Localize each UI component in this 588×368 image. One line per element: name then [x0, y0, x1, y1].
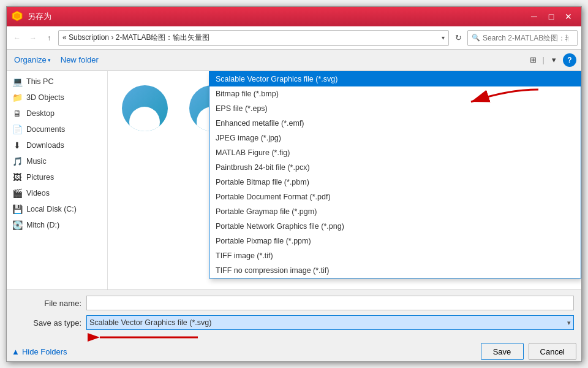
desktop-icon: 🖥: [12, 108, 23, 119]
sidebar-item-mitch[interactable]: 💽 Mitch (D:): [7, 217, 107, 233]
this-pc-label: This PC: [26, 77, 53, 86]
3d-objects-icon: 📁: [12, 92, 23, 103]
new-folder-label: New folder: [61, 55, 99, 64]
view-dropdown-button[interactable]: ▾: [547, 53, 560, 67]
save-button[interactable]: Save: [481, 343, 524, 360]
minimize-button[interactable]: ─: [526, 10, 542, 23]
sidebar-item-documents[interactable]: 📄 Documents: [7, 121, 107, 137]
local-disk-icon: 💾: [12, 204, 23, 215]
cancel-label: Cancel: [540, 347, 565, 356]
local-disk-label: Local Disk (C:): [26, 205, 77, 213]
sidebar-item-pictures[interactable]: 🖼 Pictures: [7, 169, 107, 185]
app-icon: [12, 10, 24, 23]
maximize-button[interactable]: □: [543, 10, 559, 23]
sidebar-item-videos[interactable]: 🎬 Videos: [7, 185, 107, 201]
music-label: Music: [26, 157, 47, 166]
address-chevron-icon: ▾: [442, 34, 445, 41]
search-input[interactable]: [483, 34, 568, 42]
sidebar-item-desktop[interactable]: 🖥 Desktop: [7, 105, 107, 121]
save-label: Save: [493, 347, 511, 356]
dropdown-item-ppm[interactable]: Portable Pixmap file (*.ppm): [209, 234, 581, 248]
right-panel: Scalable Vector Graphics file (*.svg)Bit…: [108, 71, 581, 289]
hide-folders-button[interactable]: ▲ Hide Folders: [12, 347, 67, 356]
dropdown-item-tif-nc[interactable]: TIFF no compression image (*.tif): [209, 263, 581, 278]
3d-objects-label: 3D Objects: [26, 93, 64, 102]
forward-button[interactable]: →: [26, 31, 40, 45]
dropdown-item-svg[interactable]: Scalable Vector Graphics file (*.svg): [209, 72, 581, 86]
up-button[interactable]: ↑: [42, 31, 56, 45]
back-button[interactable]: ←: [10, 31, 24, 45]
title-bar: 另存为 ─ □ ✕: [7, 7, 581, 26]
filename-input[interactable]: [86, 296, 574, 310]
view-separator: |: [543, 55, 545, 64]
dropdown-item-fig[interactable]: MATLAB Figure (*.fig): [209, 145, 581, 160]
downloads-icon: ⬇: [12, 140, 23, 151]
dropdown-item-pdf[interactable]: Portable Document Format (*.pdf): [209, 190, 581, 204]
sidebar-item-music[interactable]: 🎵 Music: [7, 153, 107, 169]
new-folder-button[interactable]: New folder: [58, 54, 101, 66]
window-controls: ─ □ ✕: [526, 10, 576, 23]
pictures-label: Pictures: [26, 173, 54, 182]
dropdown-item-png[interactable]: Portable Network Graphics file (*.png): [209, 219, 581, 234]
filename-row: File name:: [14, 295, 574, 311]
file-type-dropdown-list[interactable]: Scalable Vector Graphics file (*.svg)Bit…: [209, 71, 581, 278]
organize-chevron-icon: ▾: [48, 57, 51, 63]
dropdown-item-jpg[interactable]: JPEG image (*.jpg): [209, 131, 581, 145]
downloads-label: Downloads: [26, 141, 64, 150]
cancel-button[interactable]: Cancel: [529, 343, 576, 360]
hide-folders-icon: ▲: [12, 347, 20, 356]
save-as-dialog: 另存为 ─ □ ✕ ← → ↑ « Subscription › 2-MATLA…: [6, 6, 582, 362]
dropdown-item-tif[interactable]: TIFF image (*.tif): [209, 248, 581, 263]
sidebar-item-downloads[interactable]: ⬇ Downloads: [7, 137, 107, 153]
videos-icon: 🎬: [12, 188, 23, 199]
left-panel: 💻 This PC 📁 3D Objects 🖥 Desktop 📄 Docum…: [7, 71, 108, 289]
bottom-form-area: File name: Save as type: Scalable Vector…: [7, 289, 581, 339]
sidebar-item-3d-objects[interactable]: 📁 3D Objects: [7, 90, 107, 105]
address-text: « Subscription › 2-MATLAB绘图：输出矢量图: [62, 33, 210, 43]
toolbar: Organize ▾ New folder ⊞ | ▾ ?: [7, 50, 581, 71]
dialog-title: 另存为: [28, 11, 526, 22]
mitch-icon: 💽: [12, 220, 23, 231]
help-button[interactable]: ?: [563, 53, 576, 67]
videos-label: Videos: [26, 189, 50, 197]
dropdown-item-pbm[interactable]: Portable Bitmap file (*.pbm): [209, 175, 581, 190]
sidebar-item-local-disk[interactable]: 💾 Local Disk (C:): [7, 201, 107, 217]
this-pc-icon: 💻: [12, 76, 23, 87]
search-box[interactable]: 🔍: [467, 30, 578, 46]
dropdown-item-bmp[interactable]: Bitmap file (*.bmp): [209, 86, 581, 101]
hide-folders-label: Hide Folders: [22, 347, 67, 356]
filename-label: File name:: [14, 299, 81, 308]
sidebar-item-this-pc[interactable]: 💻 This PC: [7, 74, 107, 90]
dropdown-item-eps[interactable]: EPS file (*.eps): [209, 101, 581, 116]
organize-label: Organize: [14, 55, 47, 64]
preview-icon-1: [120, 83, 169, 132]
organize-button[interactable]: Organize ▾: [12, 54, 53, 66]
main-content: 💻 This PC 📁 3D Objects 🖥 Desktop 📄 Docum…: [7, 71, 581, 289]
search-icon: 🔍: [472, 34, 480, 42]
save-as-type-chevron-icon: ▾: [567, 319, 571, 327]
close-button[interactable]: ✕: [560, 10, 576, 23]
toolbar-right: ⊞ | ▾ ?: [527, 53, 576, 67]
music-icon: 🎵: [12, 156, 23, 167]
bottom-arrow: [88, 328, 210, 347]
save-as-type-label: Save as type:: [14, 318, 81, 328]
address-path[interactable]: « Subscription › 2-MATLAB绘图：输出矢量图 ▾: [58, 30, 449, 46]
documents-icon: 📄: [12, 124, 23, 135]
mitch-label: Mitch (D:): [26, 221, 59, 229]
view-button[interactable]: ⊞: [527, 53, 540, 67]
pictures-icon: 🖼: [12, 172, 23, 183]
action-buttons: Save Cancel: [481, 343, 576, 360]
dropdown-item-emf[interactable]: Enhanced metafile (*.emf): [209, 116, 581, 131]
desktop-label: Desktop: [26, 109, 55, 118]
address-bar: ← → ↑ « Subscription › 2-MATLAB绘图：输出矢量图 …: [7, 26, 581, 50]
save-as-type-value: Scalable Vector Graphics file (*.svg): [89, 318, 567, 327]
dropdown-item-pcx[interactable]: Paintbrush 24-bit file (*.pcx): [209, 160, 581, 175]
refresh-button[interactable]: ↻: [451, 31, 465, 45]
dropdown-item-pgm[interactable]: Portable Graymap file (*.pgm): [209, 204, 581, 219]
documents-label: Documents: [26, 125, 65, 134]
